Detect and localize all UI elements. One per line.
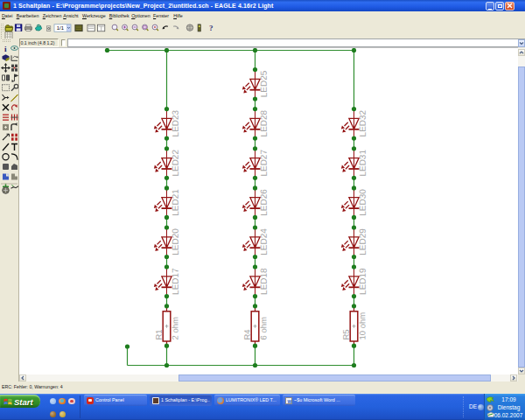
svg-text:10 ohm: 10 ohm [357,312,367,340]
svg-text:LED21: LED21 [171,189,180,216]
svg-text:R4: R4 [242,329,252,340]
svg-text:LED31: LED31 [358,150,368,177]
svg-text:R5: R5 [341,329,351,340]
svg-text:LED19: LED19 [358,268,368,295]
svg-text:?: ? [209,24,214,32]
svg-text:LED29: LED29 [358,228,368,256]
svg-text:LED22: LED22 [171,150,180,177]
svg-text:LED17: LED17 [171,268,180,295]
svg-text:LED20: LED20 [171,228,180,256]
svg-text:2 ohm: 2 ohm [170,317,179,340]
svg-text:LED32: LED32 [358,109,368,136]
svg-text:LED27: LED27 [259,150,269,177]
svg-text:1/1: 1/1 [57,25,64,31]
svg-text:LED23: LED23 [171,109,180,136]
svg-text:i: i [4,45,7,53]
svg-text:LED18: LED18 [259,268,269,295]
svg-text:LED25: LED25 [259,70,269,97]
svg-text:LED28: LED28 [259,109,269,136]
svg-text:6 ohm: 6 ohm [258,317,268,340]
svg-text:LED26: LED26 [259,189,269,216]
svg-text:LED24: LED24 [259,228,269,256]
svg-text:LED30: LED30 [358,189,368,216]
svg-text:R1: R1 [154,329,164,340]
